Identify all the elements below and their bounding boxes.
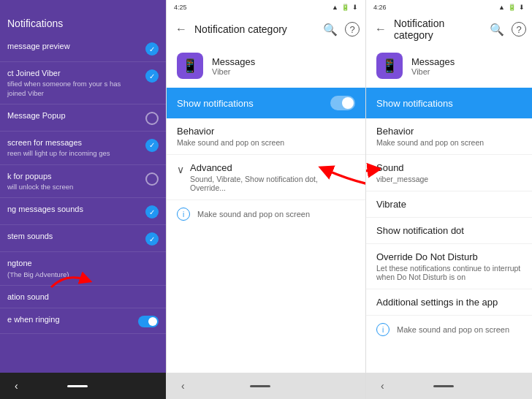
back-button[interactable]: ‹ [381,380,384,392]
app-sub: Viber [212,67,255,76]
app-header: 📱 Messages Viber [366,44,532,88]
home-button[interactable] [250,385,270,387]
panel-notification-category-2: 4:26 ▲ 🔋 ⬇ ← Notification category 🔍 ? 📱… [366,0,532,399]
dnd-title: Override Do Not Disturb [376,251,522,262]
sound-item[interactable]: Sound viber_message [366,155,532,191]
item-label: stem sounds [7,231,141,241]
app-icon: 📱 [376,53,403,79]
help-button[interactable]: ? [512,22,526,37]
check-icon [145,232,159,246]
chevron-down-icon: ∨ [177,164,184,175]
list-item[interactable]: message preview [0,35,166,62]
item-label: message preview [7,41,141,51]
list-item[interactable]: ation sound [0,286,166,308]
toolbar-title: Notification category [394,18,482,41]
status-bar: 4:26 ▲ 🔋 ⬇ [366,0,532,15]
dnd-item[interactable]: Override Do Not Disturb Let these notifi… [366,244,532,289]
back-button[interactable]: ← [372,20,390,39]
item-label: e when ringing [7,314,134,324]
advanced-info: Advanced Sound, Vibrate, Show notificati… [190,162,355,192]
list-item[interactable]: screen for messages reen will light up f… [0,132,166,165]
toolbar: ← Notification category 🔍 ? [167,15,365,44]
list-item[interactable]: ng messages sounds [0,198,166,225]
app-header: 📱 Messages Viber [167,44,365,88]
advanced-item[interactable]: ∨ Advanced Sound, Vibrate, Show notifica… [167,155,365,200]
item-label: screen for messages reen will light up f… [7,137,141,159]
info-icon: i [177,208,190,221]
check-icon [145,42,159,56]
app-sub: Viber [411,67,455,76]
status-time: 4:25 [174,4,187,11]
show-notifications-bar[interactable]: Show notifications [167,88,365,118]
info-row: i Make sound and pop on screen [167,200,365,228]
show-dot-title: Show notification dot [376,225,522,236]
check-icon [145,205,159,218]
list-item[interactable]: stem sounds [0,225,166,252]
additional-title: Additional settings in the app [376,297,522,308]
toolbar: ← Notification category 🔍 ? [366,15,532,44]
additional-settings-item[interactable]: Additional settings in the app [366,289,532,316]
behavior-item[interactable]: Behavior Make sound and pop on screen [366,118,532,155]
sound-title: Sound [376,162,522,173]
item-label: k for popups will unlock the screen [7,171,141,192]
app-info: Messages Viber [411,56,455,76]
status-time: 4:26 [373,4,387,11]
advanced-sub: Sound, Vibrate, Show notification dot, O… [190,175,355,192]
radio-icon [145,172,159,186]
list-item[interactable]: e when ringing [0,308,166,334]
panel-notifications: Notifications message preview ct Joined … [0,0,166,399]
app-name: Messages [411,56,455,67]
item-label: Message Popup [7,110,141,121]
behavior-item[interactable]: Behavior Make sound and pop on screen [167,118,365,155]
notifications-title: Notifications [7,18,63,29]
behavior-title: Behavior [376,126,522,137]
wifi-icon: ▲ [332,4,338,11]
status-bar: 4:25 ▲ 🔋 ⬇ [167,0,365,15]
back-button[interactable]: ‹ [181,380,185,392]
app-name: Messages [212,56,255,67]
show-notifications-bar[interactable]: Show notifications [366,88,532,118]
navigation-bar: ‹ [167,373,365,399]
list-item[interactable]: k for popups will unlock the screen [0,165,166,199]
panel-notification-category-1: 4:25 ▲ 🔋 ⬇ ← Notification category 🔍 ? 📱… [166,0,366,399]
home-button[interactable] [67,385,88,387]
list-item-ringtone[interactable]: ngtone (The Big Adventure) [0,252,166,286]
item-label: ngtone (The Big Adventure) [7,258,159,279]
battery-icon: 🔋 [341,4,349,11]
wifi-icon: ▲ [498,4,505,11]
info-icon: i [376,323,390,336]
toggle-icon[interactable] [138,316,159,327]
navigation-bar: ‹ [0,373,166,399]
back-button[interactable]: ‹ [15,380,18,392]
behavior-title: Behavior [177,126,355,137]
info-row: i Make sound and pop on screen [366,316,532,343]
item-label: ation sound [7,292,159,302]
list-item[interactable]: ct Joined Viber tified when someone from… [0,62,166,104]
show-notifications-toggle[interactable] [330,96,355,110]
toolbar-title: Notification category [194,23,316,35]
item-label: ng messages sounds [7,204,141,214]
list-item[interactable]: Message Popup [0,104,166,132]
check-icon [145,69,159,83]
status-icons: ▲ 🔋 ⬇ [498,4,525,11]
download-icon: ⬇ [519,4,525,11]
app-icon: 📱 [177,53,203,79]
navigation-bar: ‹ [366,373,532,399]
show-notifications-label: Show notifications [376,98,453,109]
show-notifications-label: Show notifications [177,98,254,109]
search-button[interactable]: 🔍 [487,20,507,39]
behavior-sub: Make sound and pop on screen [177,138,355,147]
home-button[interactable] [433,385,454,387]
search-button[interactable]: 🔍 [320,20,341,39]
help-button[interactable]: ? [345,22,360,37]
vibrate-item[interactable]: Vibrate [366,191,532,218]
back-button[interactable]: ← [172,20,190,39]
advanced-title: Advanced [190,162,355,173]
vibrate-title: Vibrate [376,199,522,210]
item-label: ct Joined Viber tified when someone from… [7,68,141,98]
sound-sub: viber_message [376,175,522,183]
behavior-sub: Make sound and pop on screen [376,138,522,147]
info-text: Make sound and pop on screen [197,210,310,218]
info-text: Make sound and pop on screen [397,325,509,334]
show-dot-item[interactable]: Show notification dot [366,218,532,244]
